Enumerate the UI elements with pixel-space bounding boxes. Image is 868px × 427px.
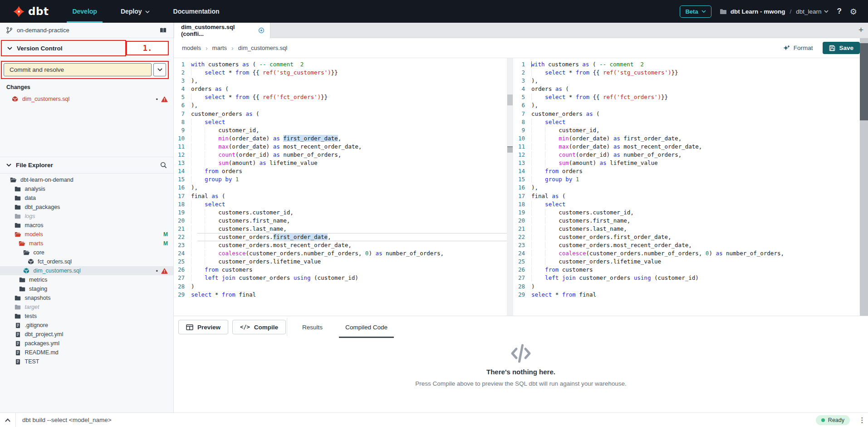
editor-pane-right[interactable]: 1with customers as ( -- comment 22 selec… bbox=[514, 58, 852, 316]
code-line-28[interactable]: 28) bbox=[514, 283, 852, 291]
save-button[interactable]: Save bbox=[823, 42, 860, 54]
code-line-4[interactable]: 4orders as ( bbox=[514, 85, 852, 93]
code-line-17[interactable]: 17final as ( bbox=[514, 192, 852, 200]
code-line-29[interactable]: 29select * from final bbox=[174, 291, 507, 299]
tree-item-target[interactable]: target bbox=[0, 303, 173, 312]
code-line-8[interactable]: 8 select bbox=[174, 118, 507, 126]
tree-item-fct-orders-sql[interactable]: fct_orders.sql bbox=[0, 257, 173, 266]
code-line-18[interactable]: 18 select bbox=[174, 200, 507, 209]
help-icon[interactable]: ? bbox=[837, 7, 841, 16]
code-line-29[interactable]: 29select * from final bbox=[514, 291, 852, 299]
account-project-switcher[interactable]: dbt Learn - mwong / dbt_learn bbox=[720, 8, 829, 15]
tree-item--gitignore[interactable]: .gitignore bbox=[0, 321, 173, 330]
code-line-10[interactable]: 10 min(order_date) as first_order_date, bbox=[514, 134, 852, 143]
nav-documentation[interactable]: Documentation bbox=[162, 0, 231, 23]
code-line-16[interactable]: 16), bbox=[514, 184, 852, 192]
code-line-5[interactable]: 5 select * from {{ ref('fct_orders')}} bbox=[174, 93, 507, 101]
code-line-19[interactable]: 19 customers.customer_id, bbox=[174, 209, 507, 217]
compile-button[interactable]: </> Compile bbox=[232, 320, 286, 334]
left-pane-scrollbar[interactable] bbox=[507, 58, 513, 316]
editor-pane-left[interactable]: 1with customers as ( -- comment 22 selec… bbox=[174, 58, 507, 316]
breadcrumb-file[interactable]: dim_customers.sql bbox=[238, 45, 287, 51]
tree-item-macros[interactable]: macros bbox=[0, 221, 173, 230]
code-line-23[interactable]: 23 customer_orders.most_recent_order_dat… bbox=[174, 241, 507, 249]
tree-item-metrics[interactable]: metrics bbox=[0, 275, 173, 284]
code-line-8[interactable]: 8 select bbox=[514, 118, 852, 126]
changed-file-dim-customers[interactable]: dim_customers.sql • bbox=[0, 94, 173, 104]
code-line-3[interactable]: 3), bbox=[174, 77, 507, 85]
docs-book-icon[interactable] bbox=[159, 27, 167, 34]
new-tab-button[interactable]: + bbox=[858, 25, 863, 35]
vertical-scrollbar[interactable] bbox=[860, 38, 868, 316]
code-line-12[interactable]: 12 count(order_id) as number_of_orders, bbox=[174, 151, 507, 159]
tree-item-core[interactable]: core bbox=[0, 248, 173, 257]
dbt-logo[interactable]: dbt bbox=[0, 5, 60, 18]
commit-dropdown-button[interactable] bbox=[153, 63, 166, 76]
code-line-11[interactable]: 11 max(order_date) as most_recent_order_… bbox=[514, 143, 852, 151]
tree-item-staging[interactable]: staging bbox=[0, 284, 173, 293]
code-line-2[interactable]: 2 select * from {{ ref('stg_customers')}… bbox=[174, 69, 507, 77]
code-line-20[interactable]: 20 customers.first_name, bbox=[174, 217, 507, 225]
code-line-11[interactable]: 11 max(order_date) as most_recent_order_… bbox=[174, 143, 507, 151]
code-line-1[interactable]: 1with customers as ( -- comment 2 bbox=[174, 60, 507, 69]
code-line-14[interactable]: 14 from orders bbox=[514, 167, 852, 175]
code-line-27[interactable]: 27 left join customer_orders using (cust… bbox=[174, 274, 507, 282]
code-line-21[interactable]: 21 customers.last_name, bbox=[174, 225, 507, 233]
code-line-25[interactable]: 25 customer_orders.lifetime_value bbox=[174, 258, 507, 266]
code-line-27[interactable]: 27 left join customer_orders using (cust… bbox=[514, 274, 852, 282]
code-line-14[interactable]: 14 from orders bbox=[174, 167, 507, 175]
code-line-19[interactable]: 19 customers.customer_id, bbox=[514, 209, 852, 217]
kebab-menu-icon[interactable]: ⋮ bbox=[856, 416, 868, 424]
commit-and-resolve-button[interactable]: Commit and resolve bbox=[4, 63, 152, 76]
tree-item-dbt-project-yml[interactable]: dbt_project.yml bbox=[0, 330, 173, 339]
search-icon[interactable] bbox=[160, 162, 167, 169]
breadcrumb-models[interactable]: models bbox=[182, 45, 201, 51]
scrollbar-thumb[interactable] bbox=[860, 43, 868, 120]
tree-item-dbt-packages[interactable]: dbt_packages bbox=[0, 203, 173, 212]
code-line-22[interactable]: 22 customer_orders.first_order_date, bbox=[174, 233, 507, 241]
tree-item-marts[interactable]: martsM bbox=[0, 239, 173, 248]
code-line-12[interactable]: 12 count(order_id) as number_of_orders, bbox=[514, 151, 852, 159]
tree-item-models[interactable]: modelsM bbox=[0, 230, 173, 239]
code-line-13[interactable]: 13 sum(amount) as lifetime_value bbox=[514, 159, 852, 167]
tree-item-dbt-learn-on-demand[interactable]: dbt-learn-on-demand bbox=[0, 175, 173, 184]
code-line-16[interactable]: 16), bbox=[174, 184, 507, 192]
code-line-6[interactable]: 6), bbox=[174, 101, 507, 109]
tree-item-dim-customers-sql[interactable]: dim_customers.sql• bbox=[0, 266, 173, 275]
code-line-10[interactable]: 10 min(order_date) as first_order_date, bbox=[174, 134, 507, 143]
tree-item-snapshots[interactable]: snapshots bbox=[0, 293, 173, 303]
code-line-5[interactable]: 5 select * from {{ ref('fct_orders')}} bbox=[514, 93, 852, 101]
code-line-26[interactable]: 26 from customers bbox=[174, 266, 507, 274]
command-input[interactable]: dbt build --select <model_name> bbox=[16, 417, 816, 423]
tree-item-logs[interactable]: logs bbox=[0, 212, 173, 221]
code-line-17[interactable]: 17final as ( bbox=[174, 192, 507, 200]
tree-item-test[interactable]: TEST bbox=[0, 357, 173, 366]
code-line-18[interactable]: 18 select bbox=[514, 200, 852, 209]
code-line-1[interactable]: 1with customers as ( -- comment 2 bbox=[514, 60, 852, 69]
tab-compiled-code[interactable]: Compiled Code bbox=[345, 316, 387, 338]
code-line-23[interactable]: 23 customer_orders.most_recent_order_dat… bbox=[514, 241, 852, 249]
code-line-24[interactable]: 24 coalesce(customer_orders.number_of_or… bbox=[174, 249, 507, 258]
nav-deploy[interactable]: Deploy bbox=[109, 0, 162, 23]
code-line-7[interactable]: 7customer_orders as ( bbox=[174, 110, 507, 118]
chevron-up-icon[interactable] bbox=[0, 418, 15, 422]
format-button[interactable]: Format bbox=[783, 45, 813, 52]
code-line-6[interactable]: 6), bbox=[514, 101, 852, 109]
code-line-25[interactable]: 25 customer_orders.lifetime_value bbox=[514, 258, 852, 266]
code-line-22[interactable]: 22 customer_orders.first_order_date, bbox=[514, 233, 852, 241]
code-line-21[interactable]: 21 customers.last_name, bbox=[514, 225, 852, 233]
code-line-9[interactable]: 9 customer_id, bbox=[514, 126, 852, 134]
tree-item-tests[interactable]: tests bbox=[0, 312, 173, 321]
code-line-28[interactable]: 28) bbox=[174, 283, 507, 291]
version-control-header[interactable]: Version Control bbox=[1, 40, 126, 56]
branch-selector[interactable]: on-demand-practice bbox=[0, 23, 173, 38]
code-line-13[interactable]: 13 sum(amount) as lifetime_value bbox=[174, 159, 507, 167]
tree-item-readme-md[interactable]: README.md bbox=[0, 348, 173, 357]
tree-item-packages-yml[interactable]: packages.yml bbox=[0, 339, 173, 348]
code-line-15[interactable]: 15 group by 1 bbox=[174, 175, 507, 184]
code-line-20[interactable]: 20 customers.first_name, bbox=[514, 217, 852, 225]
code-line-2[interactable]: 2 select * from {{ ref('stg_customers')}… bbox=[514, 69, 852, 77]
tree-item-data[interactable]: data bbox=[0, 194, 173, 203]
gear-icon[interactable]: ⚙ bbox=[850, 7, 857, 16]
code-line-24[interactable]: 24 coalesce(customer_orders.number_of_or… bbox=[514, 249, 852, 258]
